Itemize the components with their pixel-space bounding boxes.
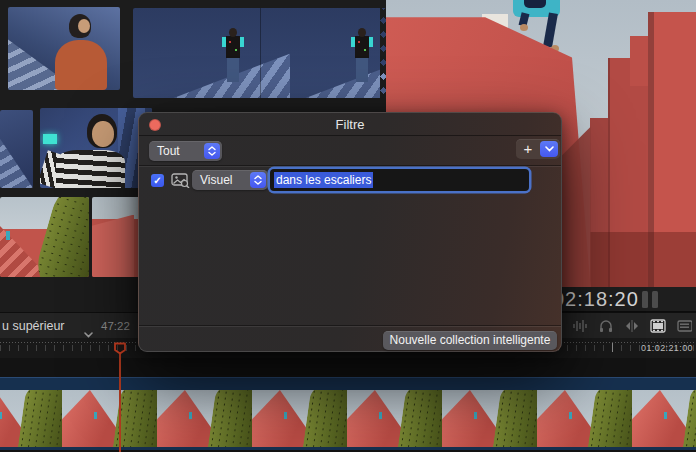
clip-top-bar — [0, 377, 696, 390]
project-duration: 47:22 — [101, 320, 130, 332]
browser-clip-cactus[interactable] — [0, 197, 89, 277]
clip-art — [92, 215, 134, 277]
add-rule-control: + — [516, 139, 560, 159]
viewer-art — [524, 0, 546, 8]
new-smart-collection-button[interactable]: Nouvelle collection intelligente — [383, 331, 557, 350]
clip-art — [56, 150, 125, 188]
pause-icon — [642, 291, 660, 308]
rule-type-label: Visuel — [200, 173, 232, 187]
project-name-popup[interactable]: u supérieur — [2, 319, 65, 333]
rule-type-popup[interactable]: Visuel — [192, 170, 268, 190]
dialog-title: Filtre — [139, 117, 561, 132]
add-rule-button[interactable]: + — [516, 139, 540, 159]
timeline-clip-filmstrip[interactable] — [0, 390, 696, 447]
frame-divider — [260, 8, 261, 98]
add-rule-menu-button[interactable] — [540, 141, 558, 157]
ruler-divider — [612, 343, 613, 352]
final-cut-pro-window: 02:18:20 u supérieur 47:22 — [0, 0, 696, 452]
scope-popup-label: Tout — [157, 144, 180, 158]
popup-chevrons-icon — [204, 143, 220, 159]
viewer-art — [543, 12, 558, 47]
viewer-art — [520, 24, 528, 31]
clip-art — [55, 40, 107, 90]
snapping-icon[interactable] — [622, 317, 641, 335]
dialog-titlebar[interactable]: Filtre — [139, 113, 561, 136]
clip-art — [31, 197, 89, 277]
filter-dialog: Filtre Tout + ✓ Visuel dans les es — [138, 112, 562, 352]
clip-art — [222, 28, 244, 86]
clip-appearance-icon[interactable] — [648, 317, 667, 335]
rule-enabled-checkbox[interactable]: ✓ — [151, 174, 164, 187]
browser-clip-partial[interactable] — [0, 110, 33, 188]
ruler-timecode: 01:02:21:00 — [641, 343, 693, 353]
selected-text: dans les escaliers — [274, 172, 373, 188]
playhead-handle[interactable] — [113, 341, 127, 359]
timeline-toolbar — [544, 317, 693, 335]
filter-text-input[interactable]: dans les escaliers — [270, 169, 529, 191]
clip-art — [6, 231, 10, 240]
clip-art — [92, 121, 114, 147]
clip-art — [351, 28, 373, 86]
current-timecode: 02:18:20 — [553, 288, 639, 311]
browser-clip-floral-shirt[interactable] — [133, 8, 387, 98]
audio-skimming-icon[interactable] — [570, 317, 589, 335]
separator — [139, 166, 561, 167]
viewer-art — [590, 232, 696, 288]
separator — [139, 326, 561, 327]
playhead-line[interactable] — [119, 352, 121, 452]
solo-icon[interactable] — [596, 317, 615, 335]
clip-art — [43, 134, 57, 144]
media-search-icon — [171, 173, 190, 192]
clip-art — [78, 19, 90, 33]
timeline-index-icon[interactable] — [674, 317, 693, 335]
popup-chevrons-icon — [250, 172, 266, 188]
clip-bottom-bar — [0, 447, 696, 450]
clip-art — [0, 133, 33, 188]
browser-clip-red-shirt[interactable] — [8, 7, 120, 90]
timeline-body — [0, 358, 696, 452]
browser-clip-selfie[interactable] — [40, 108, 152, 188]
clip-art — [306, 49, 387, 99]
scope-popup[interactable]: Tout — [149, 141, 222, 161]
